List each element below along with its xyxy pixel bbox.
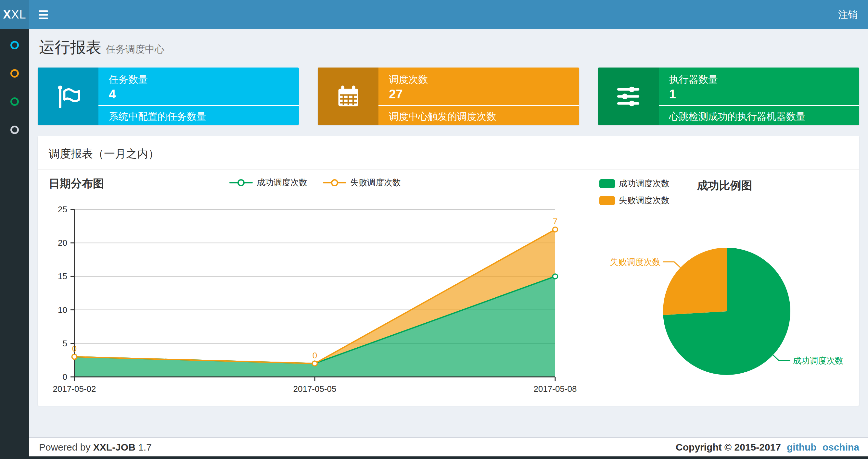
line-chart-legend: 成功调度次数 失败调度次数	[49, 177, 582, 188]
success-ratio-chart: 成功调度次数 失败调度次数 成功比例图 成功调度次数失败调度次数	[582, 174, 848, 402]
circle-o-icon	[10, 41, 19, 50]
page-title: 运行报表	[39, 39, 101, 56]
svg-text:2017-05-08: 2017-05-08	[534, 384, 577, 394]
circle-o-icon	[10, 97, 19, 106]
app-logo[interactable]: XXL	[0, 0, 29, 29]
legend-label: 成功调度次数	[257, 177, 307, 188]
legend-label: 失败调度次数	[350, 177, 401, 188]
legend-label: 失败调度次数	[619, 195, 670, 206]
sidebar-item-1[interactable]	[0, 35, 29, 55]
hamburger-icon[interactable]	[29, 0, 57, 29]
powered-by: Powered by XXL-JOB 1.7	[39, 442, 152, 453]
legend-item-success[interactable]: 成功调度次数	[229, 177, 307, 188]
stacked-area-chart: 05101520252017-05-022017-05-052017-05-08…	[49, 193, 582, 401]
info-box-value: 27	[389, 88, 570, 101]
svg-text:5: 5	[63, 338, 67, 348]
brand-name: XXL-JOB	[93, 442, 135, 453]
info-box-desc: 心跳检测成功的执行器机器数量	[669, 110, 851, 123]
info-box-jobs: 任务数量 4 系统中配置的任务数量	[38, 67, 299, 125]
divider	[98, 105, 299, 106]
info-box-label: 调度次数	[389, 73, 570, 86]
divider	[659, 105, 859, 106]
sidebar-item-4[interactable]	[0, 120, 29, 139]
footer-right: Copyright © 2015-2017 github oschina	[676, 442, 859, 453]
info-box-desc: 系统中配置的任务数量	[109, 110, 290, 123]
info-box-label: 执行器数量	[669, 73, 851, 86]
swatch-icon	[599, 196, 615, 205]
legend-item-success[interactable]: 成功调度次数	[599, 178, 670, 189]
svg-text:2017-05-02: 2017-05-02	[53, 384, 96, 394]
svg-text:0: 0	[72, 344, 77, 354]
oschina-link[interactable]: oschina	[823, 442, 859, 453]
top-navbar: XXL 注销	[0, 0, 868, 29]
info-box-label: 任务数量	[109, 73, 290, 86]
swatch-icon	[599, 179, 615, 188]
xxl-job-dashboard: XXL 注销 运行报表任务调度中心	[0, 0, 868, 459]
pie-chart-legend: 成功调度次数 失败调度次数	[599, 178, 670, 206]
logo-bold: X	[3, 8, 11, 21]
legend-item-fail[interactable]: 失败调度次数	[323, 177, 401, 188]
line-chart-header: 日期分布图 成功调度次数 失败调度次数	[49, 174, 582, 193]
line-series-icon	[229, 182, 253, 184]
divider	[378, 105, 579, 106]
date-distribution-chart: 日期分布图 成功调度次数 失败调度次数 0510152	[49, 174, 582, 402]
svg-text:20: 20	[58, 238, 67, 248]
svg-text:0: 0	[63, 372, 67, 382]
logout-button[interactable]: 注销	[828, 0, 868, 29]
sliders-icon	[598, 67, 659, 125]
page-header: 运行报表任务调度中心	[29, 29, 868, 67]
info-box-value: 4	[109, 88, 290, 101]
sidebar	[0, 29, 29, 456]
svg-text:25: 25	[58, 204, 67, 214]
circle-o-icon	[10, 69, 19, 77]
svg-text:7: 7	[553, 217, 557, 226]
report-panel: 调度报表（一月之内） 日期分布图 成功调度次数 失败调度次数	[38, 136, 859, 406]
flag-icon	[38, 67, 98, 125]
pie-chart: 成功调度次数失败调度次数	[582, 174, 861, 401]
panel-body: 日期分布图 成功调度次数 失败调度次数 0510152	[38, 170, 859, 402]
info-box-content: 调度次数 27 调度中心触发的调度次数	[378, 67, 579, 125]
panel-title: 调度报表（一月之内）	[38, 136, 859, 170]
logo-rest: XL	[11, 8, 26, 21]
info-box-value: 1	[669, 88, 851, 101]
sidebar-item-3[interactable]	[0, 92, 29, 111]
content-area: 运行报表任务调度中心 任务数量 4 系统中配置的任务数量	[29, 29, 868, 437]
legend-label: 成功调度次数	[619, 178, 670, 189]
line-series-icon	[323, 182, 346, 184]
svg-text:0: 0	[312, 351, 317, 360]
powered-by-text: Powered by	[39, 442, 90, 453]
sidebar-item-2[interactable]	[0, 64, 29, 83]
version: 1.7	[138, 442, 152, 453]
copyright: Copyright © 2015-2017	[676, 442, 781, 453]
page-subtitle: 任务调度中心	[106, 44, 164, 55]
svg-text:成功调度次数: 成功调度次数	[793, 356, 843, 365]
svg-text:15: 15	[58, 271, 67, 281]
legend-item-fail[interactable]: 失败调度次数	[599, 195, 670, 206]
svg-text:2017-05-05: 2017-05-05	[293, 384, 337, 394]
circle-o-icon	[10, 126, 19, 134]
info-box-triggers: 调度次数 27 调度中心触发的调度次数	[318, 67, 579, 125]
info-box-content: 任务数量 4 系统中配置的任务数量	[98, 67, 299, 125]
info-box-content: 执行器数量 1 心跳检测成功的执行器机器数量	[659, 67, 859, 125]
info-box-desc: 调度中心触发的调度次数	[389, 110, 570, 123]
info-box-row: 任务数量 4 系统中配置的任务数量	[38, 67, 859, 125]
calendar-icon	[318, 67, 378, 125]
info-box-executors: 执行器数量 1 心跳检测成功的执行器机器数量	[598, 67, 859, 125]
footer: Powered by XXL-JOB 1.7 Copyright © 2015-…	[29, 437, 868, 456]
svg-text:失败调度次数: 失败调度次数	[610, 257, 661, 267]
github-link[interactable]: github	[787, 442, 817, 453]
svg-text:10: 10	[58, 305, 67, 315]
